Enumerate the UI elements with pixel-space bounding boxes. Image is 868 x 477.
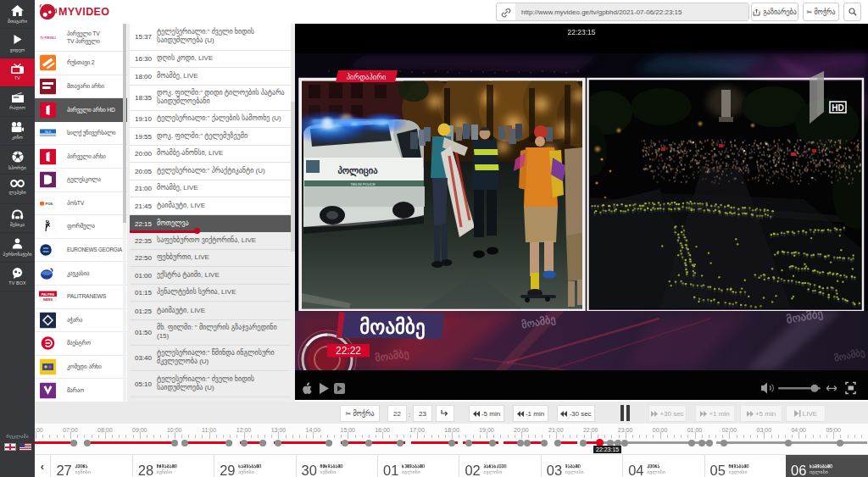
svg-text:პირდაპირი: პირდაპირი: [347, 73, 387, 81]
svg-text:HD: HD: [832, 103, 843, 113]
svg-text:პოლიცია: პოლიცია: [338, 165, 379, 177]
svg-text:TBILISI POLICE: TBILISI POLICE: [350, 182, 375, 186]
svg-text:POS: POS: [46, 202, 53, 206]
svg-text:22:23:15: 22:23:15: [567, 28, 595, 36]
svg-text:NEWS: NEWS: [43, 298, 53, 302]
svg-text:SILK: SILK: [45, 130, 52, 134]
svg-text:22:22: 22:22: [336, 345, 361, 357]
svg-text:news: news: [42, 250, 49, 253]
svg-text:მოამბე: მოამბე: [359, 316, 425, 340]
svg-text:TV PIRVELI: TV PIRVELI: [40, 36, 55, 40]
svg-text:PALITRA: PALITRA: [42, 293, 55, 297]
